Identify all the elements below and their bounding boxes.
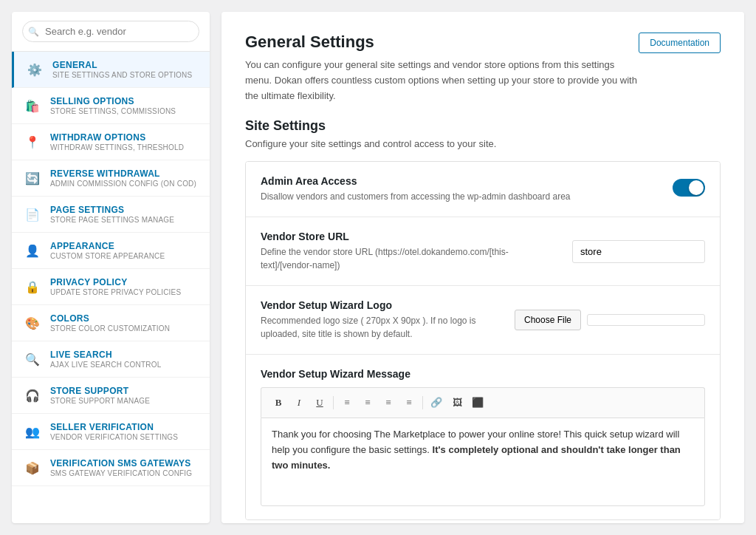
page-header: General Settings You can configure your … [245, 33, 721, 103]
sidebar-icon-reverse-withdrawal: 🔄 [22, 168, 43, 188]
sidebar-label-general: GENERAL [52, 60, 192, 70]
sidebar-label-colors: COLORS [50, 313, 170, 324]
sidebar-label-verification-sms: VERIFICATION SMS GATEWAYS [50, 458, 192, 468]
setting-info-admin-access: Admin Area Access Disallow vendors and c… [261, 175, 658, 203]
setting-info-wizard-logo: Vendor Setup Wizard Logo Recommended log… [261, 299, 500, 341]
sidebar-label-page-settings: PAGE SETTINGS [50, 205, 174, 215]
sidebar-sublabel-selling-options: STORE SETTINGS, COMMISSIONS [50, 107, 176, 115]
setting-row-vendor-url: Vendor Store URL Define the vendor store… [246, 217, 720, 286]
sidebar-item-reverse-withdrawal[interactable]: 🔄REVERSE WITHDRAWALADMIN COMMISSION CONF… [12, 160, 210, 197]
section-description: Configure your site settings and control… [245, 138, 721, 149]
search-input-wrapper [22, 21, 199, 42]
sidebar-search-container [12, 12, 210, 52]
setting-label-wizard-logo: Vendor Setup Wizard Logo [261, 299, 500, 311]
choose-file-button[interactable]: Choose File [515, 310, 581, 330]
sidebar-item-page-settings[interactable]: 📄PAGE SETTINGSSTORE PAGE SETTINGS MANAGE [12, 197, 210, 233]
sidebar-item-verification-sms[interactable]: 📦VERIFICATION SMS GATEWAYSSMS GATEWAY VE… [12, 450, 210, 486]
setting-control-admin-access [673, 179, 705, 200]
sidebar-sublabel-appearance: CUSTOM STORE APPEARANCE [50, 252, 165, 260]
header-text: General Settings You can configure your … [245, 33, 639, 103]
sidebar-label-seller-verification: SELLER VERIFICATION [50, 422, 178, 432]
setting-control-wizard-logo: Choose File [515, 310, 705, 330]
sidebar-label-appearance: APPEARANCE [50, 241, 165, 251]
setting-row-wizard-message: Vendor Setup Wizard Message B I U ≡ ≡ ≡ … [246, 355, 720, 519]
sidebar-icon-colors: 🎨 [22, 313, 43, 333]
sidebar-item-appearance[interactable]: 👤APPEARANCECUSTOM STORE APPEARANCE [12, 233, 210, 269]
setting-row-wizard-logo: Vendor Setup Wizard Logo Recommended log… [246, 286, 720, 355]
sidebar-label-live-search: LIVE SEARCH [50, 350, 161, 360]
setting-row-admin-access: Admin Area Access Disallow vendors and c… [246, 162, 720, 217]
editor-wrapper: B I U ≡ ≡ ≡ ≡ 🔗 🖼 ⬛ Thank you [261, 387, 705, 506]
toolbar-align-justify[interactable]: ≡ [379, 394, 398, 412]
sidebar-item-general[interactable]: ⚙️GENERALSITE SETTINGS AND STORE OPTIONS [12, 52, 210, 88]
sidebar-label-reverse-withdrawal: REVERSE WITHDRAWAL [50, 168, 196, 179]
sidebar-sublabel-withdraw-options: WITHDRAW SETTINGS, THRESHOLD [50, 143, 184, 151]
toolbar-table[interactable]: ⬛ [468, 394, 487, 412]
setting-control-vendor-url [572, 240, 705, 263]
sidebar-icon-appearance: 👤 [22, 240, 43, 261]
sidebar-icon-live-search: 🔍 [22, 349, 43, 369]
file-upload-row: Choose File [515, 310, 705, 330]
sidebar-icon-general: ⚙️ [24, 59, 45, 80]
sidebar-sublabel-verification-sms: SMS GATEWAY VERIFICATION CONFIG [50, 469, 192, 477]
toolbar-italic[interactable]: I [289, 394, 309, 412]
editor-content[interactable]: Thank you for choosing The Marketplace t… [261, 418, 705, 506]
sidebar-item-store-support[interactable]: 🎧STORE SUPPORTSTORE SUPPORT MANAGE [12, 378, 210, 414]
vendor-url-input[interactable] [572, 240, 705, 263]
sidebar-label-privacy-policy: PRIVACY POLICY [50, 277, 181, 287]
documentation-button[interactable]: Documentation [639, 33, 721, 53]
toolbar-align-right[interactable]: ≡ [399, 394, 419, 412]
sidebar-label-store-support: STORE SUPPORT [50, 386, 150, 396]
setting-desc-wizard-logo: Recommended logo size ( 270px X 90px ). … [261, 314, 500, 341]
setting-label-admin-access: Admin Area Access [261, 175, 658, 187]
sidebar-item-colors[interactable]: 🎨COLORSSTORE COLOR CUSTOMIZATION [12, 305, 210, 341]
sidebar-sublabel-page-settings: STORE PAGE SETTINGS MANAGE [50, 216, 174, 224]
sidebar-icon-page-settings: 📄 [22, 204, 43, 225]
toolbar-separator-1 [333, 396, 334, 409]
sidebar-icon-withdraw-options: 📍 [22, 132, 43, 152]
main-content: General Settings You can configure your … [221, 12, 744, 523]
sidebar-item-selling-options[interactable]: 🛍️SELLING OPTIONSSTORE SETTINGS, COMMISS… [12, 88, 210, 124]
toolbar-bold[interactable]: B [269, 394, 288, 412]
search-input[interactable] [22, 21, 199, 42]
page-title: General Settings [245, 33, 639, 52]
sidebar-icon-store-support: 🎧 [22, 385, 43, 406]
sidebar-item-withdraw-options[interactable]: 📍WITHDRAW OPTIONSWITHDRAW SETTINGS, THRE… [12, 124, 210, 160]
sidebar-sublabel-general: SITE SETTINGS AND STORE OPTIONS [52, 71, 192, 79]
sidebar-sublabel-store-support: STORE SUPPORT MANAGE [50, 397, 150, 405]
sidebar-sublabel-live-search: AJAX LIVE SEARCH CONTROL [50, 361, 161, 369]
sidebar-sublabel-reverse-withdrawal: ADMIN COMMISSION CONFIG (ON COD) [50, 180, 196, 188]
sidebar-icon-selling-options: 🛍️ [22, 95, 43, 116]
sidebar: ⚙️GENERALSITE SETTINGS AND STORE OPTIONS… [12, 12, 210, 523]
sidebar-icon-seller-verification: 👥 [22, 421, 43, 442]
setting-desc-admin-access: Disallow vendors and customers from acce… [261, 190, 615, 203]
sidebar-label-withdraw-options: WITHDRAW OPTIONS [50, 132, 184, 143]
setting-label-vendor-url: Vendor Store URL [261, 231, 557, 242]
section-title: Site Settings [245, 118, 721, 134]
toolbar-separator-2 [422, 396, 423, 409]
file-input-display [587, 314, 705, 326]
toolbar-image[interactable]: 🖼 [447, 394, 467, 412]
sidebar-item-seller-verification[interactable]: 👥SELLER VERIFICATIONVENDOR VERIFICATION … [12, 414, 210, 450]
sidebar-sublabel-privacy-policy: UPDATE STORE PRIVACY POLICIES [50, 288, 181, 296]
sidebar-icon-verification-sms: 📦 [22, 457, 43, 478]
setting-desc-vendor-url: Define the vendor store URL (https://ote… [261, 245, 557, 272]
toggle-admin-access[interactable] [673, 179, 705, 197]
sidebar-label-selling-options: SELLING OPTIONS [50, 96, 176, 106]
settings-card: Admin Area Access Disallow vendors and c… [245, 161, 721, 520]
toolbar-underline[interactable]: U [310, 394, 329, 412]
sidebar-sublabel-colors: STORE COLOR CUSTOMIZATION [50, 324, 170, 333]
setting-info-vendor-url: Vendor Store URL Define the vendor store… [261, 231, 557, 272]
sidebar-sublabel-seller-verification: VENDOR VERIFICATION SETTINGS [50, 433, 178, 441]
sidebar-item-live-search[interactable]: 🔍LIVE SEARCHAJAX LIVE SEARCH CONTROL [12, 341, 210, 378]
toolbar-align-center[interactable]: ≡ [358, 394, 377, 412]
setting-label-wizard-message: Vendor Setup Wizard Message [261, 368, 410, 380]
sidebar-icon-privacy-policy: 🔒 [22, 276, 43, 297]
toolbar-link[interactable]: 🔗 [427, 394, 446, 412]
page-description: You can configure your general site sett… [245, 58, 639, 103]
toolbar-align-left[interactable]: ≡ [337, 394, 357, 412]
sidebar-item-privacy-policy[interactable]: 🔒PRIVACY POLICYUPDATE STORE PRIVACY POLI… [12, 269, 210, 305]
editor-toolbar: B I U ≡ ≡ ≡ ≡ 🔗 🖼 ⬛ [261, 387, 705, 418]
